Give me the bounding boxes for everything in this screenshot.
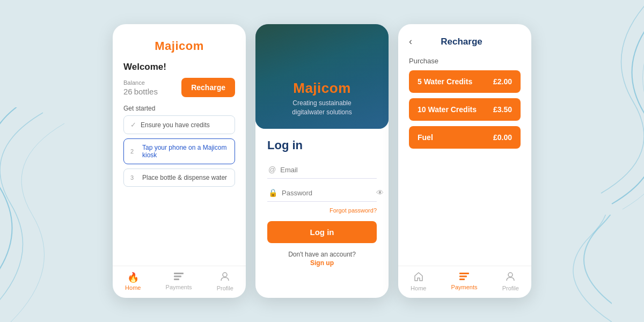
nav-home-label-r: Home <box>411 285 426 291</box>
nav-profile[interactable]: Profile <box>217 272 233 291</box>
payments-icon <box>174 272 184 283</box>
purchase-label: Purchase <box>398 55 531 70</box>
package-3[interactable]: Fuel £0.00 <box>409 126 521 149</box>
screens-container: Majicom Welcome! Balance 26 bottles Rech… <box>113 24 531 298</box>
login-title: Log in <box>267 138 377 152</box>
step-1-check: ✓ <box>130 121 136 129</box>
hero-logo-text: Majicom <box>293 80 351 96</box>
bg-wave-left <box>0 107 107 322</box>
no-account-text: Don't have an account? <box>288 251 356 258</box>
hero-sub-line1: Creating sustainable <box>292 99 351 107</box>
step-1: ✓ Ensure you have credits <box>123 115 235 134</box>
screen-home: Majicom Welcome! Balance 26 bottles Rech… <box>113 24 246 298</box>
hero-content: Majicom Creating sustainable digitalwate… <box>292 80 352 129</box>
step-2-num: 2 <box>130 148 138 155</box>
svg-rect-5 <box>459 276 467 277</box>
balance-group: Balance 26 bottles <box>123 79 158 96</box>
nav-home[interactable]: 🔥 Home <box>125 272 141 291</box>
recharge-button[interactable]: Recharge <box>181 78 235 97</box>
balance-label: Balance <box>123 79 158 86</box>
password-input[interactable] <box>282 189 372 197</box>
eye-icon[interactable]: 👁 <box>376 188 384 197</box>
svg-rect-0 <box>174 273 184 274</box>
svg-rect-1 <box>174 276 181 277</box>
package-2-price: £3.50 <box>493 105 512 114</box>
email-input[interactable] <box>280 166 376 174</box>
password-field-group: 🔒 👁 <box>267 184 377 202</box>
nav-profile-r[interactable]: Profile <box>502 272 519 291</box>
nav-payments[interactable]: Payments <box>166 272 192 291</box>
logo-text: Majicom <box>155 39 204 53</box>
step-3-text: Place bottle & dispense water <box>142 174 227 181</box>
bg-wave-right <box>537 0 644 215</box>
email-field-group: @ <box>267 161 377 179</box>
svg-rect-2 <box>174 279 179 280</box>
package-3-price: £0.00 <box>493 133 512 142</box>
balance-number: 26 <box>123 87 133 96</box>
nav-payments-label: Payments <box>166 284 192 290</box>
svg-point-3 <box>223 273 227 277</box>
package-3-name: Fuel <box>418 133 433 142</box>
lock-icon: 🔒 <box>268 188 277 197</box>
package-1-name: 5 Water Credits <box>418 77 472 86</box>
recharge-nav: Home Payments Profile <box>398 266 531 298</box>
nav-home-r[interactable]: Home <box>411 272 426 291</box>
balance-unit: bottles <box>134 87 158 96</box>
home-nav: 🔥 Home Payments Profile <box>113 266 246 298</box>
step-2: 2 Tap your phone on a Majicom kiosk <box>123 138 235 164</box>
nav-profile-label: Profile <box>217 285 233 291</box>
packages-list: 5 Water Credits £2.00 10 Water Credits £… <box>398 70 531 149</box>
app-logo: Majicom <box>123 39 235 53</box>
home-icon-r <box>414 272 423 284</box>
home-icon: 🔥 <box>127 272 139 283</box>
recharge-title: Recharge <box>416 36 507 47</box>
nav-payments-label-r: Payments <box>451 284 478 290</box>
package-1[interactable]: 5 Water Credits £2.00 <box>409 70 521 93</box>
get-started-label: Get started <box>113 99 246 115</box>
email-icon: @ <box>268 165 276 174</box>
profile-icon <box>220 272 230 284</box>
package-1-price: £2.00 <box>493 77 512 86</box>
step-2-text: Tap your phone on a Majicom kiosk <box>142 144 228 159</box>
login-button[interactable]: Log in <box>267 221 377 243</box>
payments-icon-r <box>459 272 469 283</box>
package-2-name: 10 Water Credits <box>418 105 477 114</box>
hero-section: Majicom Creating sustainable digitalwate… <box>255 24 389 129</box>
step-1-text: Ensure you have credits <box>141 121 210 129</box>
svg-rect-4 <box>459 273 469 274</box>
signup-row: Don't have an account? Sign up <box>267 251 377 267</box>
svg-point-7 <box>508 273 513 277</box>
nav-profile-label-r: Profile <box>502 285 519 291</box>
recharge-header: ‹ Recharge <box>398 24 531 55</box>
nav-home-label: Home <box>125 284 141 291</box>
step-3: 3 Place bottle & dispense water <box>123 169 235 187</box>
back-button[interactable]: ‹ <box>409 36 412 47</box>
hero-sub-line2: digitalwater solutions <box>292 108 352 116</box>
welcome-text: Welcome! <box>113 60 246 72</box>
steps-list: ✓ Ensure you have credits 2 Tap your pho… <box>113 115 246 187</box>
balance-value: 26 bottles <box>123 87 158 96</box>
svg-rect-6 <box>459 279 465 280</box>
login-form: Log in @ 🔒 👁 Forgot password? Log in Don… <box>255 129 389 298</box>
screen-recharge: ‹ Recharge Purchase 5 Water Credits £2.0… <box>398 24 531 298</box>
screen-login: Majicom Creating sustainable digitalwate… <box>255 24 389 298</box>
forgot-password-link[interactable]: Forgot password? <box>267 207 377 214</box>
package-2[interactable]: 10 Water Credits £3.50 <box>409 98 521 121</box>
nav-payments-r[interactable]: Payments <box>451 272 478 291</box>
hero-logo: Majicom <box>292 80 352 97</box>
profile-icon-r <box>506 272 515 284</box>
hero-subtitle: Creating sustainable digitalwater soluti… <box>292 99 352 117</box>
signup-link[interactable]: Sign up <box>267 259 377 267</box>
app-header: Majicom <box>113 24 246 60</box>
step-3-num: 3 <box>130 174 138 181</box>
balance-row: Balance 26 bottles Recharge <box>113 72 246 99</box>
